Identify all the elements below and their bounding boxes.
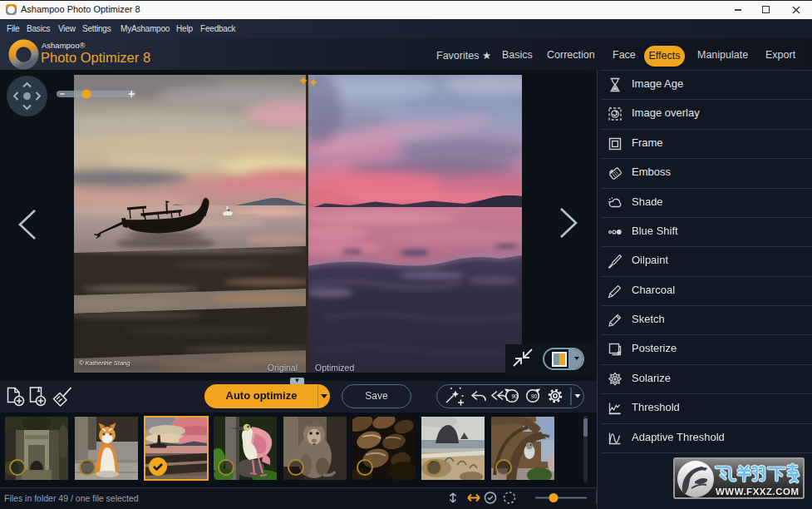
svg-text:90: 90 [511, 393, 518, 399]
svg-text:90: 90 [531, 393, 538, 399]
